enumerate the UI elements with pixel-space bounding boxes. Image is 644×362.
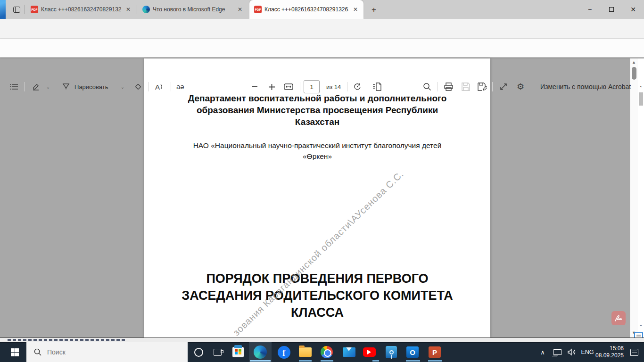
draw-options-chevron-icon[interactable]: ⌄ bbox=[117, 82, 128, 91]
fit-to-width-button[interactable] bbox=[283, 82, 294, 91]
document-heading: Департамент воспитательной работы и допо… bbox=[176, 92, 459, 128]
tab-close-icon[interactable]: ✕ bbox=[124, 5, 132, 14]
table-of-contents-button[interactable] bbox=[8, 82, 20, 91]
toolbar-divider bbox=[25, 82, 25, 91]
network-icon[interactable] bbox=[550, 342, 565, 362]
taskbar-app-facebook[interactable]: f bbox=[272, 342, 295, 362]
microsoft-store-icon bbox=[232, 347, 244, 357]
cortana-icon bbox=[194, 348, 203, 357]
running-indicator-powerpoint bbox=[428, 360, 442, 362]
taskbar-app-youtube[interactable] bbox=[358, 342, 380, 362]
outlook-icon: O bbox=[406, 346, 419, 358]
pdf-file-icon: PDF bbox=[254, 6, 262, 13]
tab-pdf-1[interactable]: PDF Класс +++08261632470829132632 ✕ bbox=[26, 0, 136, 19]
tab-actions-menu-button[interactable] bbox=[10, 4, 23, 15]
acrobat-floating-button[interactable] bbox=[611, 311, 626, 325]
language-indicator[interactable]: ENG bbox=[579, 342, 596, 362]
screen: PDF Класс +++08261632470829132632 ✕ Что … bbox=[0, 0, 644, 362]
highlight-button[interactable] bbox=[30, 82, 41, 91]
volume-icon[interactable] bbox=[564, 342, 580, 362]
pdf-scrollbar[interactable] bbox=[630, 58, 638, 337]
tab-bar: PDF Класс +++08261632470829132632 ✕ Что … bbox=[0, 0, 644, 19]
tab-divider bbox=[25, 5, 25, 14]
toolbar-divider bbox=[492, 82, 493, 91]
start-button[interactable] bbox=[4, 342, 25, 362]
taskbar-app-outlook[interactable]: O bbox=[401, 342, 424, 362]
key-app-icon bbox=[386, 346, 397, 358]
action-center-icon bbox=[630, 349, 638, 356]
search-icon bbox=[34, 348, 41, 356]
speaker-icon bbox=[568, 348, 577, 356]
tab-divider bbox=[137, 5, 137, 14]
taskbar-app-key[interactable] bbox=[380, 342, 403, 362]
pdf-page[interactable]: Департамент воспитательной работы и допо… bbox=[144, 58, 490, 337]
clock[interactable]: 15:06 08.09.2025 bbox=[595, 342, 624, 362]
search-document-button[interactable] bbox=[421, 82, 433, 91]
draw-button[interactable]: Нарисовать bbox=[74, 83, 108, 90]
zoom-out-button[interactable] bbox=[249, 82, 260, 91]
rotate-button[interactable] bbox=[352, 82, 363, 91]
document-title: ПОРЯДОК ПРОВЕДЕНИЯ ПЕРВОГО ЗАСЕДАНИЯ РОД… bbox=[176, 270, 459, 321]
page-number-input[interactable] bbox=[304, 80, 320, 93]
save-as-button[interactable] bbox=[477, 82, 488, 91]
taskbar-app-store[interactable] bbox=[227, 342, 249, 362]
draw-tool-icon[interactable] bbox=[60, 82, 72, 91]
taskbar-app-powerpoint[interactable]: P bbox=[423, 342, 446, 362]
running-indicator-edge bbox=[250, 360, 271, 362]
erase-button[interactable] bbox=[133, 82, 144, 91]
pdf-settings-button[interactable]: ⚙ bbox=[515, 82, 526, 91]
edge-icon bbox=[254, 346, 267, 359]
acrobat-logo-icon bbox=[614, 314, 623, 322]
tab-title: Класс +++08261632470829132632 bbox=[264, 6, 348, 13]
chrome-icon bbox=[321, 346, 333, 358]
tab-title: Класс +++08261632470829132632 bbox=[41, 6, 121, 13]
scroll-up-icon[interactable]: ▲ bbox=[632, 60, 636, 65]
tab-title: Что нового в Microsoft Edge bbox=[153, 6, 233, 13]
page-view-button[interactable] bbox=[372, 82, 383, 91]
address-bar: i Файл C:/Users/Владелец/Downloads/Класс… bbox=[0, 19, 644, 39]
facebook-icon: f bbox=[278, 346, 290, 359]
action-center-button[interactable] bbox=[625, 342, 643, 362]
taskbar-search[interactable] bbox=[26, 342, 188, 362]
fullscreen-button[interactable] bbox=[498, 82, 509, 91]
background-window-sliver bbox=[0, 0, 6, 20]
pdf-scrollbar-thumb[interactable] bbox=[632, 67, 636, 80]
outer-scroll-down-icon[interactable]: ⌄ bbox=[639, 322, 643, 327]
read-aloud-button[interactable]: A bbox=[154, 82, 165, 91]
new-tab-button[interactable]: + bbox=[368, 4, 380, 16]
document-subheading: НАО «Национальный научно-практический ин… bbox=[185, 140, 449, 162]
minimize-button[interactable]: − bbox=[579, 0, 601, 19]
pdf-file-icon: PDF bbox=[31, 6, 38, 13]
file-explorer-icon bbox=[299, 347, 312, 357]
page-count-label: из 14 bbox=[326, 83, 341, 90]
tab-actions-icon bbox=[13, 7, 20, 13]
background-window-edge bbox=[4, 325, 4, 337]
toolbar-divider bbox=[368, 82, 368, 91]
zoom-in-button[interactable] bbox=[266, 82, 277, 91]
maximize-button[interactable] bbox=[601, 0, 622, 19]
tab-close-icon[interactable]: ✕ bbox=[236, 5, 244, 14]
tab-edge-whatsnew[interactable]: Что нового в Microsoft Edge ✕ bbox=[138, 0, 248, 19]
toolbar-divider bbox=[300, 82, 300, 91]
print-button[interactable] bbox=[443, 82, 454, 91]
windows-logo-icon bbox=[11, 348, 19, 356]
search-input[interactable] bbox=[47, 348, 165, 356]
highlight-options-chevron-icon[interactable]: ⌄ bbox=[42, 82, 54, 91]
task-view-button[interactable] bbox=[206, 342, 228, 362]
toolbar-divider bbox=[347, 82, 347, 91]
outer-scrollbar-thumb[interactable] bbox=[639, 92, 643, 106]
hidden-icons-button[interactable]: ∧ bbox=[536, 342, 550, 362]
running-indicator-youtube bbox=[372, 360, 379, 362]
close-button[interactable]: ✕ bbox=[622, 0, 644, 19]
tab-close-icon[interactable]: ✕ bbox=[351, 5, 360, 14]
window-controls: − ✕ bbox=[579, 0, 644, 19]
tray-time: 15:06 bbox=[595, 345, 624, 352]
tab-pdf-2-active[interactable]: PDF Класс +++08261632470829132632 ✕ bbox=[249, 0, 363, 19]
outer-scroll-up-icon[interactable]: ⌃ bbox=[639, 86, 643, 90]
taskbar-app-mail[interactable] bbox=[338, 342, 360, 362]
taskbar-app-chrome[interactable] bbox=[315, 342, 338, 362]
taskbar-app-edge[interactable] bbox=[249, 342, 272, 362]
edit-with-acrobat-button[interactable]: Изменить с помощью Acrobat bbox=[540, 83, 631, 90]
translate-icon[interactable]: aә bbox=[176, 82, 184, 90]
taskbar-app-explorer[interactable] bbox=[294, 342, 316, 362]
